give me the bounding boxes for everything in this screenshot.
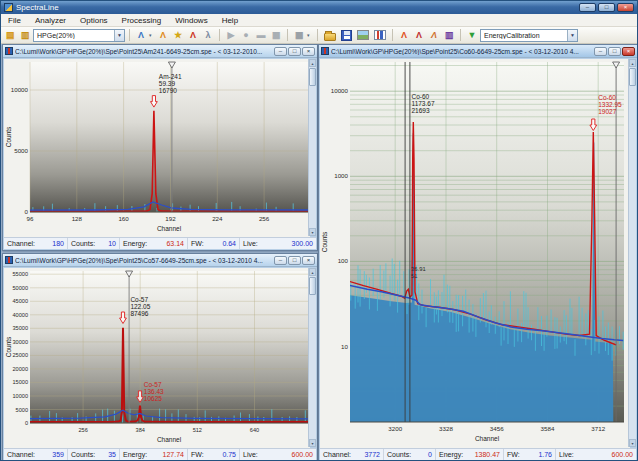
peak-search-icon[interactable]: Λ: [134, 28, 148, 43]
toolbar-separator: [129, 29, 130, 41]
menu-bar: File Analyzer Options Processing Windows…: [1, 14, 637, 27]
spectrum-file-icon: [321, 47, 329, 55]
vertical-scrollbar[interactable]: ▴ ▾: [308, 268, 316, 447]
start-acquisition-icon[interactable]: ▶: [224, 28, 238, 43]
minimize-button[interactable]: –: [594, 47, 607, 56]
scroll-up-icon[interactable]: ▴: [629, 59, 636, 67]
peak-red-icon[interactable]: Λ: [397, 28, 411, 43]
calibration-select[interactable]: EnergyCalibration ▼: [480, 29, 578, 42]
spectrum-chart-co60[interactable]: Co-601173.6721693Co-601332.951902736.915…: [320, 59, 630, 450]
menu-analyzer[interactable]: Analyzer: [28, 14, 73, 26]
close-button[interactable]: ×: [302, 47, 315, 56]
peak-marked-icon[interactable]: Λ: [412, 28, 426, 43]
toolbar-separator: [287, 29, 288, 41]
channel-label: Channel:: [323, 451, 351, 458]
menu-help[interactable]: Help: [215, 14, 245, 26]
maximize-button[interactable]: □: [598, 3, 615, 12]
fw-value: 0.64: [222, 240, 236, 247]
channel-value: 359: [52, 451, 64, 458]
energy-label: Energy:: [123, 240, 147, 247]
scroll-down-icon[interactable]: ▾: [629, 439, 636, 447]
svg-text:Channel: Channel: [475, 435, 500, 442]
svg-text:0: 0: [25, 208, 29, 215]
isotope-id-icon[interactable]: λ: [201, 28, 215, 43]
copy-chart-icon[interactable]: [374, 30, 386, 40]
svg-text:15000: 15000: [12, 379, 28, 385]
svg-text:20000: 20000: [12, 366, 28, 372]
save-icon[interactable]: [341, 30, 352, 41]
pause-icon[interactable]: ▬: [254, 28, 268, 43]
spectraline-app: SpectraLine – □ × File Analyzer Options …: [0, 0, 638, 461]
svg-text:25000: 25000: [12, 352, 28, 358]
energy-value: 63.14: [166, 240, 184, 247]
chevron-down-icon[interactable]: ▾: [307, 32, 313, 38]
window-titlebar[interactable]: C:\Lumi\Work\GP\HPGe(20%)\Spe\Point25\Co…: [319, 45, 637, 58]
record-icon[interactable]: ●: [239, 28, 253, 43]
menu-file[interactable]: File: [1, 14, 28, 26]
peak-slant-icon[interactable]: Λ: [427, 28, 441, 43]
close-button[interactable]: ×: [617, 3, 634, 12]
vertical-scrollbar[interactable]: ▴ ▾: [308, 59, 316, 236]
maximize-button[interactable]: □: [608, 47, 621, 56]
status-bar: Channel:3772 Counts:0 Energy:1380.47 FW:…: [320, 448, 636, 460]
spectrum-chart-co57[interactable]: Co-57122.0587496Co-57136.431062525638451…: [4, 268, 310, 450]
detector-select-value: HPGe(20%): [37, 32, 114, 39]
chevron-down-icon[interactable]: ▾: [149, 32, 155, 38]
scroll-up-icon[interactable]: ▴: [309, 268, 316, 276]
svg-text:30000: 30000: [12, 339, 28, 345]
svg-text:Co-57122.0587496: Co-57122.0587496: [130, 296, 150, 317]
window-titlebar[interactable]: C:\Lumi\Work\GP\HPGe(20%)\Spe\Point25\Co…: [3, 254, 317, 267]
grid-options-icon[interactable]: ▦: [292, 28, 306, 43]
scroll-down-icon[interactable]: ▾: [309, 439, 316, 447]
app-titlebar[interactable]: SpectraLine – □ ×: [1, 1, 637, 14]
scroll-up-icon[interactable]: ▴: [309, 59, 316, 67]
maximize-button[interactable]: □: [288, 47, 301, 56]
peak-strip-icon[interactable]: Λ: [156, 28, 170, 43]
maximize-button[interactable]: □: [288, 256, 301, 265]
chevron-down-icon[interactable]: ▼: [114, 30, 124, 41]
svg-text:Counts: Counts: [5, 336, 12, 357]
calibration-flask-icon[interactable]: ▼: [465, 28, 479, 43]
minimize-button[interactable]: –: [274, 47, 287, 56]
app-icon: [4, 3, 13, 12]
svg-text:3456: 3456: [490, 425, 504, 432]
window-titlebar[interactable]: C:\Lumi\Work\GP\HPGe(20%)\Spe\Point25\Am…: [3, 45, 317, 58]
scrollbar-thumb[interactable]: [309, 277, 316, 295]
menu-options[interactable]: Options: [73, 14, 115, 26]
cascade-windows-icon[interactable]: ▤: [3, 28, 17, 43]
detector-select[interactable]: HPGe(20%) ▼: [33, 29, 125, 42]
mdi-workspace: C:\Lumi\Work\GP\HPGe(20%)\Spe\Point25\Am…: [1, 44, 637, 460]
open-folder-icon[interactable]: [324, 33, 336, 41]
svg-text:256: 256: [78, 427, 87, 433]
svg-text:45000: 45000: [12, 298, 28, 304]
detector-list-icon[interactable]: ▥: [18, 28, 32, 43]
report-window-icon[interactable]: ▥: [442, 28, 456, 43]
peak-star-icon[interactable]: ★: [171, 28, 185, 43]
live-value: 600.00: [612, 451, 633, 458]
toolbar-separator: [460, 29, 461, 41]
scrollbar-thumb[interactable]: [309, 68, 316, 86]
svg-text:Counts: Counts: [5, 126, 12, 147]
close-button[interactable]: ×: [622, 47, 635, 56]
minimize-button[interactable]: –: [579, 3, 596, 12]
spectrum-chart-am241[interactable]: Am-24159.3916790961281601922242560500010…: [4, 59, 310, 239]
close-button[interactable]: ×: [302, 256, 315, 265]
scroll-down-icon[interactable]: ▾: [309, 228, 316, 236]
svg-text:100: 100: [338, 257, 349, 264]
energy-label: Energy:: [123, 451, 147, 458]
scrollbar-thumb[interactable]: [629, 68, 636, 86]
menu-processing[interactable]: Processing: [115, 14, 169, 26]
energy-value: 127.74: [163, 451, 184, 458]
window-title: C:\Lumi\Work\GP\HPGe(20%)\Spe\Point25\Co…: [331, 48, 592, 55]
vertical-scrollbar[interactable]: ▴ ▾: [628, 59, 636, 447]
svg-text:224: 224: [212, 215, 223, 222]
peak-flag-icon[interactable]: Λ: [186, 28, 200, 43]
live-value: 600.00: [292, 451, 313, 458]
stop-grid-icon[interactable]: ▦: [269, 28, 283, 43]
status-bar: Channel:180 Counts:10 Energy:63.14 FW:0.…: [4, 237, 316, 249]
svg-text:10: 10: [341, 343, 348, 350]
chevron-down-icon[interactable]: ▼: [567, 30, 577, 41]
export-image-icon[interactable]: [357, 30, 369, 40]
minimize-button[interactable]: –: [274, 256, 287, 265]
menu-windows[interactable]: Windows: [168, 14, 214, 26]
